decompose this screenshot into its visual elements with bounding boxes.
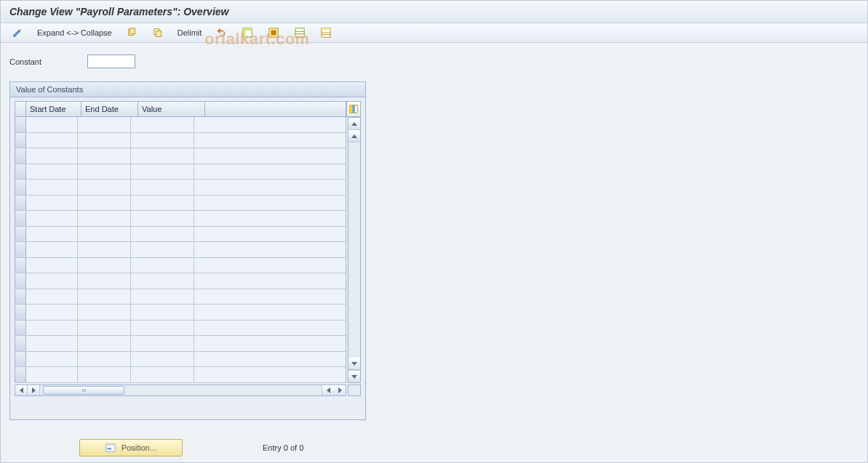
cell-start-date[interactable] xyxy=(26,180,78,195)
cell-value[interactable] xyxy=(131,367,194,382)
cell-start-date[interactable] xyxy=(26,117,78,132)
select-all-header[interactable] xyxy=(15,102,26,116)
cell-value[interactable] xyxy=(131,352,194,367)
row-selector[interactable] xyxy=(15,289,26,305)
row-selector[interactable] xyxy=(15,273,26,289)
row-selector[interactable] xyxy=(15,133,26,148)
cell-value[interactable] xyxy=(131,336,194,351)
cell-start-date[interactable] xyxy=(26,273,78,289)
row-selector[interactable] xyxy=(15,352,26,367)
cell-end-date[interactable] xyxy=(78,227,131,242)
cell-value[interactable] xyxy=(131,117,194,132)
col-value[interactable]: Value xyxy=(138,102,205,116)
row-selector[interactable] xyxy=(15,242,26,257)
table-row[interactable] xyxy=(15,164,346,180)
cell-value[interactable] xyxy=(131,148,194,164)
table-row[interactable] xyxy=(15,133,346,149)
table-row[interactable] xyxy=(15,242,346,258)
table-row[interactable] xyxy=(15,180,346,196)
cell-end-date[interactable] xyxy=(78,305,131,320)
cell-start-date[interactable] xyxy=(26,242,78,257)
scroll-up-step-button[interactable] xyxy=(349,130,360,142)
position-button[interactable]: Position... xyxy=(79,439,183,456)
copy-button[interactable] xyxy=(121,25,143,41)
cell-value[interactable] xyxy=(131,164,194,180)
row-selector[interactable] xyxy=(15,258,26,273)
cell-end-date[interactable] xyxy=(78,336,131,351)
other-view-button[interactable] xyxy=(7,25,28,41)
row-selector[interactable] xyxy=(15,336,26,351)
cell-value[interactable] xyxy=(131,273,194,289)
expand-collapse-button[interactable]: Expand <-> Collapse xyxy=(33,28,116,37)
scroll-left-button[interactable] xyxy=(15,385,28,395)
cell-value[interactable] xyxy=(131,321,194,336)
table-row[interactable] xyxy=(15,148,346,164)
cell-start-date[interactable] xyxy=(26,352,78,367)
cell-end-date[interactable] xyxy=(78,367,131,382)
table-row[interactable] xyxy=(15,289,346,305)
row-selector[interactable] xyxy=(15,196,26,211)
table-row[interactable] xyxy=(15,227,346,243)
cell-start-date[interactable] xyxy=(26,211,78,226)
cell-value[interactable] xyxy=(131,242,194,257)
cell-start-date[interactable] xyxy=(26,133,78,148)
table-row[interactable] xyxy=(15,352,346,368)
cell-start-date[interactable] xyxy=(26,164,78,180)
cell-start-date[interactable] xyxy=(26,367,78,382)
cell-start-date[interactable] xyxy=(26,148,78,164)
cell-start-date[interactable] xyxy=(26,196,78,211)
row-selector[interactable] xyxy=(15,148,26,164)
horizontal-scrollbar[interactable] xyxy=(15,385,346,396)
cell-end-date[interactable] xyxy=(78,180,131,195)
cell-value[interactable] xyxy=(131,180,194,195)
cell-value[interactable] xyxy=(131,305,194,320)
table-row[interactable] xyxy=(15,117,346,133)
cell-end-date[interactable] xyxy=(78,273,131,289)
scroll-down-button[interactable] xyxy=(349,370,360,382)
table-row[interactable] xyxy=(15,258,346,274)
cell-start-date[interactable] xyxy=(26,321,78,336)
cell-end-date[interactable] xyxy=(78,148,131,164)
row-selector[interactable] xyxy=(15,211,26,226)
cell-start-date[interactable] xyxy=(26,289,78,305)
row-selector[interactable] xyxy=(15,367,26,382)
cell-end-date[interactable] xyxy=(78,164,131,180)
table-row[interactable] xyxy=(15,273,346,289)
select-block-button[interactable] xyxy=(263,25,284,41)
cell-end-date[interactable] xyxy=(78,117,131,132)
scroll-up-button[interactable] xyxy=(349,118,360,130)
scroll-down-step-button[interactable] xyxy=(349,358,360,370)
cell-end-date[interactable] xyxy=(78,242,131,257)
cell-end-date[interactable] xyxy=(78,258,131,273)
col-start-date[interactable]: Start Date xyxy=(26,102,81,116)
table-row[interactable] xyxy=(15,305,346,321)
row-selector[interactable] xyxy=(15,227,26,242)
row-selector[interactable] xyxy=(15,117,26,132)
table-row[interactable] xyxy=(15,321,346,337)
vertical-scrollbar[interactable] xyxy=(348,117,361,383)
col-end-date[interactable]: End Date xyxy=(81,102,138,116)
cell-value[interactable] xyxy=(131,133,194,148)
table-row[interactable] xyxy=(15,336,346,352)
select-all-button[interactable] xyxy=(236,25,258,41)
row-selector[interactable] xyxy=(15,321,26,336)
table-row[interactable] xyxy=(15,196,346,212)
cell-value[interactable] xyxy=(131,258,194,273)
cell-end-date[interactable] xyxy=(78,211,131,226)
cell-end-date[interactable] xyxy=(78,196,131,211)
row-selector[interactable] xyxy=(15,164,26,180)
delimit-button[interactable]: Delimit xyxy=(173,28,207,37)
scroll-left-step-button[interactable] xyxy=(322,385,334,395)
cell-value[interactable] xyxy=(131,289,194,305)
cell-start-date[interactable] xyxy=(26,305,78,320)
undo-button[interactable] xyxy=(210,25,232,41)
scroll-right-step-button[interactable] xyxy=(28,385,40,395)
cell-end-date[interactable] xyxy=(78,133,131,148)
row-selector[interactable] xyxy=(15,305,26,320)
table-row[interactable] xyxy=(15,211,346,227)
hscroll-thumb[interactable] xyxy=(43,386,124,395)
cell-value[interactable] xyxy=(131,196,194,211)
cell-end-date[interactable] xyxy=(78,352,131,367)
cell-end-date[interactable] xyxy=(78,289,131,305)
cell-start-date[interactable] xyxy=(26,227,78,242)
